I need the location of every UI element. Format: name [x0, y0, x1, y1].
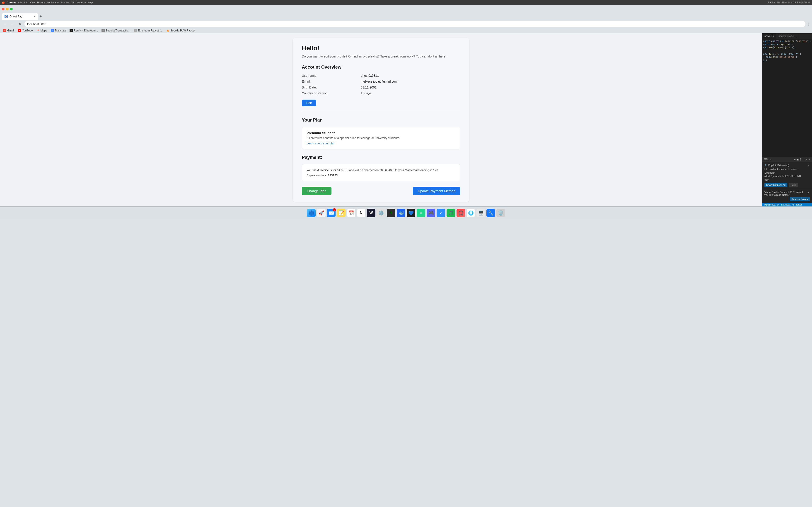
dock-trash[interactable]: 🗑️	[496, 209, 505, 217]
dock-warp[interactable]: W	[367, 209, 375, 217]
update-payment-button[interactable]: Update Payment Method	[413, 187, 460, 195]
bookmark-remix[interactable]: R Remix - Ethereum...	[68, 29, 99, 33]
dock-finder2[interactable]: 🖥️	[476, 209, 485, 217]
new-tab-button[interactable]: +	[39, 13, 43, 20]
bookmark-gmail[interactable]: M Gmail	[2, 29, 16, 33]
menu-help[interactable]: Help	[88, 1, 93, 4]
copilot-title: Copilot (Extension)	[768, 164, 789, 167]
username-value: ghost0x9311	[361, 74, 460, 77]
plan-description: All premium benefits at a special price …	[307, 136, 456, 139]
menu-file[interactable]: File	[18, 1, 22, 4]
copilot-settings-icon[interactable]: ⚙	[764, 164, 767, 167]
apple-menu[interactable]: 🍎	[2, 1, 5, 4]
dock-launchpad[interactable]: 🚀	[317, 209, 325, 217]
dock-vscode[interactable]: 💙	[407, 209, 415, 217]
terminal-toolbar: ⌨ zsh + ▣ 🗑 ⋯ ∧ ✕	[762, 157, 812, 162]
menu-view[interactable]: View	[30, 1, 35, 4]
network-stat: 9 KB/s	[768, 1, 775, 4]
dock-goland[interactable]: G	[417, 209, 425, 217]
chrome-titlebar	[0, 5, 812, 13]
menu-tab[interactable]: Tab	[71, 1, 75, 4]
your-plan-title: Your Plan	[302, 117, 460, 123]
translate-icon: T	[51, 29, 54, 32]
account-overview-title: Account Overview	[302, 64, 460, 70]
menu-chrome[interactable]: Chrome	[7, 1, 16, 4]
expiration-value: 123123	[328, 174, 338, 177]
dock-mail[interactable]: ✉️ 3	[327, 209, 336, 217]
macos-dock: 🔵 🚀 ✉️ 3 📝 📅 N W ⚙️ T 🐳 💙 G 🎮 Z 🎵 🎧 🌐 🖥️…	[0, 207, 812, 219]
bookmark-ethereum-label: Ethereum Faucet f...	[138, 29, 163, 32]
copilot-close-icon[interactable]: ✕	[807, 164, 810, 167]
dock-zoom[interactable]: Z	[437, 209, 445, 217]
dock-notes[interactable]: 📝	[337, 209, 346, 217]
release-notes-button[interactable]: Release Notes	[790, 197, 810, 201]
birthdate-value: 03.11.2001	[361, 86, 460, 89]
dock-terminal[interactable]: T	[387, 209, 395, 217]
dock-chrome[interactable]: 🌐	[466, 209, 475, 217]
tab-close-icon[interactable]: ✕	[34, 15, 35, 18]
minimize-button[interactable]	[6, 8, 9, 10]
menu-window[interactable]: Window	[77, 1, 86, 4]
cpu-stat: 8%	[777, 1, 780, 4]
plan-card: Premium Student All premium benefits at …	[302, 127, 460, 150]
payment-title: Payment:	[302, 155, 460, 160]
retry-button[interactable]: Retry	[789, 183, 798, 187]
sepolia-icon: S	[101, 29, 105, 32]
reload-button[interactable]: ↻	[17, 21, 23, 27]
tab-favicon: 👻	[5, 15, 8, 18]
typescript-status: TypeScript JSX	[764, 204, 779, 206]
email-label: Email:	[302, 80, 361, 83]
hello-title: Hello!	[302, 45, 460, 52]
dock-system-prefs[interactable]: ⚙️	[377, 209, 386, 217]
prettier-status: ⊘ Prettier	[792, 204, 802, 206]
mail-badge: 3	[333, 208, 336, 211]
vscode-tab-server[interactable]: server.js	[762, 33, 776, 39]
learn-plan-link[interactable]: Learn about your plan	[307, 142, 335, 145]
sepolia-pow-icon: 🔥	[166, 29, 169, 32]
maximize-button[interactable]	[10, 8, 13, 10]
plan-name: Premium Student	[307, 131, 456, 135]
bookmark-ethereum[interactable]: E Ethereum Faucet f...	[133, 29, 164, 33]
browser-tab[interactable]: 👻 Ghost Pay ✕	[2, 13, 38, 20]
dock-xcode[interactable]: 🔧	[487, 209, 495, 217]
show-output-log-button[interactable]: Show Output Log	[764, 183, 787, 187]
bookmark-sepolia-pow[interactable]: 🔥 Sepolia PoW Faucet	[165, 29, 196, 33]
edit-button[interactable]: Edit	[302, 100, 316, 106]
bookmark-remix-label: Remix - Ethereum...	[73, 29, 98, 32]
close-button[interactable]	[2, 8, 5, 10]
account-grid: Username: ghost0x9311 Email: melkeceliog…	[302, 74, 460, 95]
vscode-notifications: ⌨ zsh + ▣ 🗑 ⋯ ∧ ✕ ⚙ Copilot (Extension) …	[762, 157, 812, 207]
vscode-code-area: const express = require('express'); cons…	[762, 39, 812, 157]
dock-spotify[interactable]: 🎵	[447, 209, 455, 217]
dock-finder[interactable]: 🔵	[307, 209, 316, 217]
back-button[interactable]: ←	[2, 21, 8, 27]
forward-button[interactable]: →	[9, 21, 15, 27]
bookmark-maps[interactable]: 📍 Maps	[35, 29, 48, 33]
bookmarks-bar: M Gmail ▶ YouTube 📍 Maps T Translate R R…	[0, 28, 812, 33]
vscode-notif-actions: Release Notes	[764, 197, 810, 201]
bookmark-translate[interactable]: T Translate	[49, 29, 67, 33]
traffic-lights[interactable]	[2, 8, 13, 10]
browser-content: Hello! Do you want to edit your profile?…	[0, 33, 812, 207]
dock-docker[interactable]: 🐳	[397, 209, 405, 217]
blackbox-status: Blackbox	[781, 204, 791, 206]
vscode-notif-close[interactable]: ✕	[807, 191, 810, 194]
extensions-icon[interactable]: ⋮	[807, 22, 810, 26]
menu-profiles[interactable]: Profiles	[61, 1, 69, 4]
bookmark-youtube[interactable]: ▶ YouTube	[16, 29, 34, 33]
vscode-update-notification: Visual Studio Code v1.80.1! Would you li…	[762, 189, 812, 203]
dock-discord[interactable]: 🎮	[426, 209, 435, 217]
change-plan-button[interactable]: Change Plan	[302, 187, 332, 195]
vscode-panel: server.js package-lock.json const expres…	[762, 33, 812, 207]
dock-music[interactable]: 🎧	[457, 209, 465, 217]
dock-calendar[interactable]: 📅	[347, 209, 355, 217]
menu-bookmarks[interactable]: Bookmarks	[47, 1, 59, 4]
menu-edit[interactable]: Edit	[24, 1, 28, 4]
dock-notion[interactable]: N	[357, 209, 365, 217]
menu-history[interactable]: History	[37, 1, 45, 4]
terminal-label: ⌨ zsh	[764, 158, 772, 161]
country-label: Country or Region:	[302, 92, 361, 95]
vscode-tab-package[interactable]: package-lock.json	[776, 33, 799, 39]
address-bar[interactable]: localhost:3000	[24, 21, 805, 27]
bookmark-sepolia[interactable]: S Sepolia Transactio...	[100, 29, 132, 33]
